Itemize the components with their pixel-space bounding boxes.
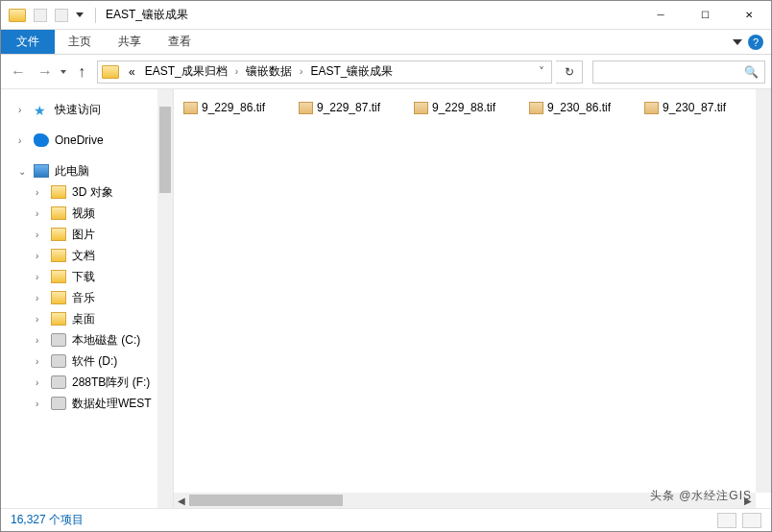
sidebar-pictures[interactable]: ›图片 [1, 224, 173, 245]
file-item[interactable]: 9_229_86.tif [183, 97, 297, 118]
file-item[interactable]: 9_230_87.tif [644, 97, 758, 118]
navigation-pane: ›★快速访问 ›OneDrive ⌄此电脑 ›3D 对象 ›视频 ›图片 ›文档… [1, 89, 174, 508]
file-name: 9_229_86.tif [202, 101, 265, 114]
address-bar[interactable]: « EAST_成果归档 › 镶嵌数据 › EAST_镶嵌成果 ˅ [97, 60, 552, 84]
file-tab[interactable]: 文件 [1, 30, 55, 54]
file-name: 9_230_86.tif [547, 101, 611, 114]
qat-customize-icon[interactable] [76, 12, 84, 17]
sidebar-disk-d[interactable]: ›软件 (D:) [1, 351, 173, 372]
forward-button[interactable]: → [34, 60, 57, 84]
file-item[interactable]: 9_230_86.tif [529, 97, 642, 118]
qat-newfolder-icon[interactable] [55, 9, 68, 22]
sidebar-disk-f[interactable]: ›288TB阵列 (F:) [1, 372, 173, 393]
quick-access-toolbar [1, 8, 100, 23]
breadcrumb-chevron-icon[interactable]: › [233, 66, 240, 77]
workarea: ›★快速访问 ›OneDrive ⌄此电脑 ›3D 对象 ›视频 ›图片 ›文档… [1, 89, 771, 508]
window-title: EAST_镶嵌成果 [100, 7, 188, 23]
view-tab[interactable]: 查看 [155, 30, 205, 54]
breadcrumb-item[interactable]: 镶嵌数据 [242, 63, 296, 80]
file-pane[interactable]: 9_229_86.tif9_229_87.tif9_229_88.tif9_23… [174, 89, 771, 508]
history-dropdown-icon[interactable] [60, 70, 66, 74]
up-button[interactable]: ↑ [70, 60, 93, 84]
file-name: 9_230_87.tif [663, 101, 726, 114]
titlebar: EAST_镶嵌成果 ─ ☐ ✕ [1, 1, 771, 30]
tif-file-icon [644, 102, 659, 114]
file-item[interactable]: 9_229_87.tif [299, 97, 412, 118]
status-bar: 16,327 个项目 [1, 508, 771, 531]
sidebar-downloads[interactable]: ›下载 [1, 266, 173, 287]
file-name: 9_229_88.tif [432, 101, 495, 114]
search-icon: 🔍 [744, 65, 759, 79]
sidebar-onedrive[interactable]: ›OneDrive [1, 130, 173, 151]
breadcrumb-item[interactable]: EAST_镶嵌成果 [306, 63, 397, 80]
refresh-button[interactable]: ↻ [556, 60, 583, 84]
icons-view-button[interactable] [742, 513, 761, 528]
breadcrumb-prefix[interactable]: « [125, 65, 139, 79]
details-view-button[interactable] [717, 513, 736, 528]
share-tab[interactable]: 共享 [105, 30, 155, 54]
qat-separator [95, 8, 96, 23]
sidebar-documents[interactable]: ›文档 [1, 245, 173, 266]
sidebar-desktop[interactable]: ›桌面 [1, 308, 173, 329]
sidebar-videos[interactable]: ›视频 [1, 203, 173, 224]
home-tab[interactable]: 主页 [55, 30, 105, 54]
tif-file-icon [529, 102, 543, 114]
navbar: ← → ↑ « EAST_成果归档 › 镶嵌数据 › EAST_镶嵌成果 ˅ ↻… [1, 55, 771, 89]
tif-file-icon [414, 102, 428, 114]
ribbon-collapse-icon[interactable] [733, 39, 742, 45]
sidebar-this-pc[interactable]: ⌄此电脑 [1, 160, 173, 181]
help-icon[interactable]: ? [748, 35, 763, 50]
app-icon[interactable] [9, 9, 26, 22]
breadcrumb-item[interactable]: EAST_成果归档 [141, 63, 231, 80]
sidebar-music[interactable]: ›音乐 [1, 287, 173, 308]
watermark: 头条 @水经注GIS [650, 488, 752, 504]
qat-properties-icon[interactable] [34, 9, 47, 22]
breadcrumb-chevron-icon[interactable]: › [298, 66, 304, 77]
item-count: 16,327 个项目 [11, 512, 84, 528]
sidebar-disk-c[interactable]: ›本地磁盘 (C:) [1, 329, 173, 351]
ribbon: 文件 主页 共享 查看 ? [1, 30, 771, 55]
sidebar-quick-access[interactable]: ›★快速访问 [1, 99, 173, 120]
search-input[interactable]: 🔍 [592, 60, 765, 84]
file-item[interactable]: 9_229_88.tif [414, 97, 527, 118]
tif-file-icon [299, 102, 313, 114]
file-name: 9_229_87.tif [317, 101, 380, 114]
vertical-scrollbar[interactable] [756, 89, 771, 493]
sidebar-3d-objects[interactable]: ›3D 对象 [1, 181, 173, 203]
back-button[interactable]: ← [7, 60, 30, 84]
sidebar-data-west[interactable]: ›数据处理WEST [1, 393, 173, 414]
address-folder-icon [102, 65, 119, 79]
maximize-button[interactable]: ☐ [683, 1, 727, 30]
close-button[interactable]: ✕ [727, 1, 771, 30]
address-dropdown-icon[interactable]: ˅ [532, 65, 551, 79]
sidebar-scrollbar[interactable] [157, 89, 173, 508]
tif-file-icon [183, 102, 198, 114]
minimize-button[interactable]: ─ [639, 1, 683, 30]
